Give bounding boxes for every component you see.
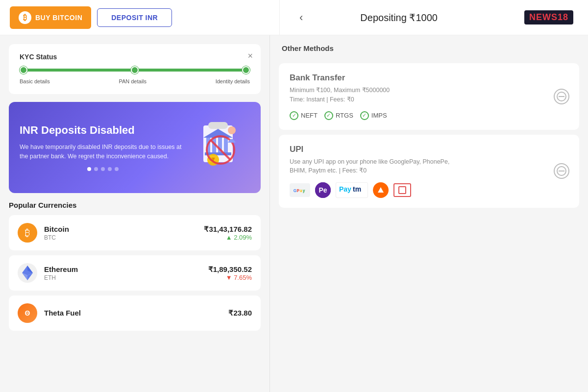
deposit-inr-label: DEPOSIT INR <box>111 14 158 22</box>
right-panel: Other Methods Bank Transfer Minimum ₹100… <box>270 35 588 392</box>
square-inner-icon <box>398 186 406 194</box>
paytm-logo: Pay tm <box>336 182 368 198</box>
kyc-label-identity: Identity details <box>216 78 250 84</box>
eth-info: Ethereum ETH <box>44 265 78 281</box>
imps-label: IMPS <box>371 112 387 119</box>
popular-currencies-title: Popular Currencies <box>9 201 261 209</box>
banner-dot-5 <box>115 167 119 171</box>
buy-bitcoin-button[interactable]: ₿ BUY BITCOIN <box>10 6 91 29</box>
deposit-inr-button[interactable]: DEPOSIT INR <box>97 8 172 27</box>
bank-transfer-badges: ✓ NEFT ✓ RTGS ✓ IMPS <box>290 111 568 120</box>
right-header: ‹ Depositing ₹1000 NEWS18 <box>280 10 578 24</box>
svg-rect-7 <box>205 152 231 155</box>
btc-price-section: ₹31,43,176.82 ▲ 2.09% <box>204 225 252 241</box>
bitcoin-circle-icon: ₿ <box>19 11 31 24</box>
eth-price-section: ₹1,89,350.52 ▼ 7.65% <box>208 265 252 281</box>
currency-card-btc[interactable]: ₿ Bitcoin BTC ₹31,43,176.82 ▲ 2.09% <box>9 215 261 250</box>
imps-badge: ✓ IMPS <box>360 111 387 120</box>
btc-info: Bitcoin BTC <box>44 225 69 241</box>
svg-rect-5 <box>224 138 228 152</box>
currency-card-theta[interactable]: Θ Theta Fuel ₹23.80 <box>9 295 261 331</box>
upi-desc-line2: BHIM, Paytm etc. | Fees: ₹0 <box>290 167 367 174</box>
svg-text:tm: tm <box>353 185 361 193</box>
svg-rect-1 <box>208 122 228 129</box>
btc-price: ₹31,43,176.82 <box>204 225 252 234</box>
left-panel: KYC Status × Basic details PAN details I… <box>0 35 270 392</box>
banner-text: INR Deposits Disabled We have temporaril… <box>20 124 186 171</box>
kyc-close-button[interactable]: × <box>247 51 253 61</box>
kyc-labels: Basic details PAN details Identity detai… <box>20 78 250 84</box>
back-arrow-icon[interactable]: ‹ <box>299 11 303 24</box>
arrow-pay-logo <box>373 182 389 198</box>
imps-check-icon: ✓ <box>360 111 369 120</box>
svg-text:P: P <box>296 188 299 193</box>
theta-icon: Θ <box>18 303 37 323</box>
kyc-progress-dots <box>20 66 250 74</box>
kyc-label-basic: Basic details <box>20 78 50 84</box>
kyc-dot-identity <box>242 66 250 74</box>
rtgs-badge: ✓ RTGS <box>324 111 353 120</box>
svg-text:Pe: Pe <box>318 186 327 194</box>
app-header: ₿ BUY BITCOIN DEPOSIT INR ‹ Depositing ₹… <box>0 0 588 35</box>
btc-icon: ₿ <box>18 223 37 243</box>
svg-text:Pay: Pay <box>339 185 351 193</box>
news18-logo: NEWS18 <box>524 10 573 24</box>
currency-card-eth[interactable]: Ethereum ETH ₹1,89,350.52 ▼ 7.65% <box>9 255 261 291</box>
upi-title: UPI <box>290 145 568 154</box>
banner-dot-2 <box>94 167 98 171</box>
news18-text: NEWS <box>529 12 558 22</box>
left-header: ₿ BUY BITCOIN DEPOSIT INR <box>10 6 279 29</box>
theta-price-section: ₹23.80 <box>228 309 252 318</box>
phonepe-logo: Pe <box>315 182 331 198</box>
eth-price: ₹1,89,350.52 <box>208 265 252 274</box>
btc-name: Bitcoin <box>44 225 69 233</box>
upi-desc: Use any UPI app on your phone like Googl… <box>290 157 568 176</box>
theta-price: ₹23.80 <box>228 309 252 318</box>
gpay-logo: G P a y <box>290 183 310 197</box>
svg-text:a: a <box>300 188 302 193</box>
neft-label: NEFT <box>301 112 318 119</box>
rtgs-check-icon: ✓ <box>324 111 333 120</box>
news18-number: 18 <box>558 12 568 22</box>
upi-desc-line1: Use any UPI app on your phone like Googl… <box>290 158 449 165</box>
svg-text:y: y <box>303 188 305 193</box>
kyc-label-pan: PAN details <box>119 78 147 84</box>
inr-disabled-banner: INR Deposits Disabled We have temporaril… <box>9 102 261 193</box>
banner-dot-3 <box>101 167 105 171</box>
eth-icon <box>18 263 37 283</box>
btc-code: BTC <box>44 234 69 241</box>
other-methods-label: Other Methods <box>270 35 588 58</box>
eth-change: ▼ 7.65% <box>208 274 252 281</box>
banner-dots <box>20 167 186 171</box>
bank-transfer-desc-line1: Minimum ₹100, Maximum ₹5000000 <box>290 87 390 94</box>
banner-dot-1 <box>87 167 91 171</box>
upi-logos: G P a y Pe Pay tm <box>290 182 568 198</box>
svg-point-12 <box>228 126 236 134</box>
banner-description: We have temporarily disabled INR deposit… <box>20 143 186 161</box>
kyc-title: KYC Status <box>20 53 250 61</box>
btc-change: ▲ 2.09% <box>204 234 252 241</box>
neft-badge: ✓ NEFT <box>290 111 318 120</box>
theta-info: Theta Fuel <box>44 309 81 318</box>
kyc-dot-pan <box>131 66 139 74</box>
bank-transfer-card[interactable]: Bank Transfer Minimum ₹100, Maximum ₹500… <box>279 63 579 130</box>
upi-card[interactable]: UPI Use any UPI app on your phone like G… <box>279 135 579 208</box>
depositing-title: Depositing ₹1000 <box>303 12 495 24</box>
kyc-dot-basic <box>20 66 27 74</box>
banner-illustration: ₹ <box>186 116 250 179</box>
bank-transfer-desc: Minimum ₹100, Maximum ₹5000000 Time: Ins… <box>290 86 568 104</box>
rtgs-label: RTGS <box>336 112 353 119</box>
bank-transfer-desc-line2: Time: Instant | Fees: ₹0 <box>290 96 354 103</box>
kyc-card: KYC Status × Basic details PAN details I… <box>9 44 261 94</box>
svg-marker-28 <box>378 187 384 193</box>
banner-title: INR Deposits Disabled <box>20 124 186 137</box>
eth-name: Ethereum <box>44 265 78 273</box>
eth-code: ETH <box>44 274 78 281</box>
upi-disabled-icon <box>554 163 569 179</box>
theta-name: Theta Fuel <box>44 309 81 317</box>
banner-dot-4 <box>108 167 112 171</box>
bank-transfer-disabled-icon <box>554 89 569 104</box>
square-pay-logo <box>393 183 411 197</box>
main-content: KYC Status × Basic details PAN details I… <box>0 35 588 392</box>
bank-transfer-title: Bank Transfer <box>290 73 568 83</box>
